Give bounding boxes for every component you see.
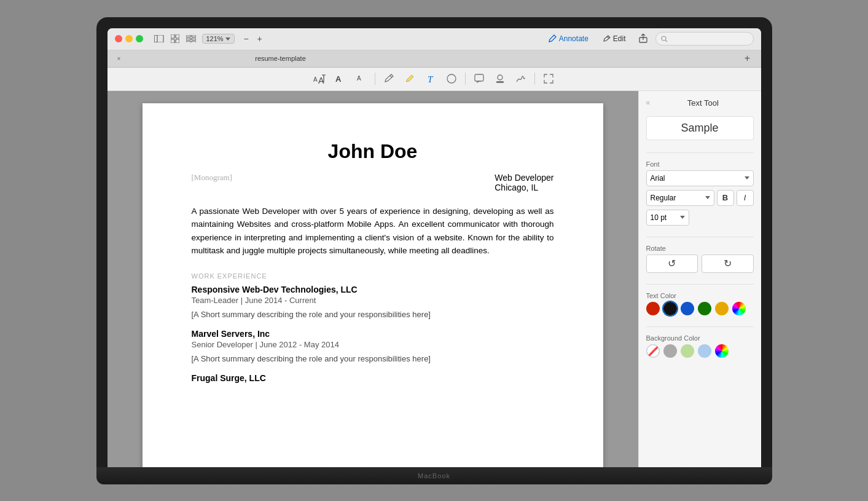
text-color-blue[interactable] xyxy=(681,302,694,315)
bold-button[interactable]: B xyxy=(717,190,734,206)
main-area: John Doe [Monogram] Web Developer Chicag… xyxy=(108,91,761,467)
title-bar: 121% − + Annotate Edit xyxy=(108,28,761,50)
doc-name: John Doe xyxy=(192,140,554,163)
bg-color-gray[interactable] xyxy=(663,344,677,358)
comment-icon[interactable] xyxy=(471,70,488,87)
svg-point-24 xyxy=(498,75,502,80)
doc-monogram: [Monogram] xyxy=(192,173,253,192)
svg-rect-10 xyxy=(186,41,190,42)
bg-color-row xyxy=(646,344,754,358)
bg-color-lightgreen[interactable] xyxy=(681,344,694,358)
font-style-row: Regular B I xyxy=(646,190,754,206)
toolbar-separator-2 xyxy=(465,73,466,85)
doc-position-1: Team-Leader | June 2014 - Current xyxy=(192,296,554,305)
doc-desc-1: [A Short summary describing the role and… xyxy=(192,310,554,319)
rotate-label: Rotate xyxy=(646,245,754,252)
svg-rect-9 xyxy=(192,38,196,40)
rotate-right-button[interactable]: ↻ xyxy=(702,254,754,273)
zoom-controls: − + xyxy=(241,33,265,44)
resize-text-icon[interactable]: AA xyxy=(311,70,328,87)
stamp-icon[interactable] xyxy=(491,70,509,87)
svg-rect-5 xyxy=(176,39,179,43)
divider-4 xyxy=(646,326,754,327)
text-color-red[interactable] xyxy=(646,302,660,315)
increase-font-icon[interactable]: A xyxy=(332,70,349,87)
doc-company-2: Marvel Servers, Inc xyxy=(192,329,554,339)
toolbar-separator-1 xyxy=(375,73,375,85)
close-button[interactable] xyxy=(115,35,122,42)
bg-color-section: Background Color xyxy=(646,334,754,358)
signature-icon[interactable] xyxy=(512,70,530,87)
right-panel: « Text Tool Sample Font Arial Regular xyxy=(638,91,761,467)
font-style-value: Regular xyxy=(651,194,676,202)
panel-collapse-icon[interactable]: « xyxy=(646,98,651,107)
text-color-row xyxy=(646,302,754,315)
rotate-left-button[interactable]: ↺ xyxy=(646,254,698,273)
bg-color-multicolor[interactable] xyxy=(715,344,729,358)
doc-desc-2: [A Short summary describing the role and… xyxy=(192,354,554,363)
new-tab-button[interactable]: + xyxy=(741,52,754,65)
toolbar: AA A A T xyxy=(108,68,761,91)
zoom-out-button[interactable]: − xyxy=(241,33,252,44)
edit-button[interactable]: Edit xyxy=(598,33,631,45)
minimize-button[interactable] xyxy=(125,35,133,42)
divider-1 xyxy=(646,152,754,153)
bg-color-label: Background Color xyxy=(646,334,754,342)
text-color-black[interactable] xyxy=(663,302,677,315)
doc-area[interactable]: John Doe [Monogram] Web Developer Chicag… xyxy=(108,91,638,467)
doc-job-title: Web Developer xyxy=(495,173,553,183)
divider-2 xyxy=(646,237,754,237)
font-label: Font xyxy=(646,160,754,168)
fullscreen-button[interactable] xyxy=(136,35,143,42)
sidebar-toggle-icon[interactable] xyxy=(153,33,165,45)
svg-text:T: T xyxy=(428,74,434,84)
shape-icon[interactable] xyxy=(443,70,460,87)
svg-text:A: A xyxy=(357,75,361,82)
text-cursor-icon[interactable]: T xyxy=(422,70,439,87)
font-select[interactable]: Arial xyxy=(646,170,754,186)
panel-sample: Sample xyxy=(646,116,754,140)
text-color-green[interactable] xyxy=(698,302,711,315)
pencil-icon[interactable] xyxy=(380,70,397,87)
toolbar-separator-3 xyxy=(534,73,535,85)
svg-rect-6 xyxy=(186,35,190,37)
svg-rect-4 xyxy=(171,39,174,43)
font-size-select[interactable]: 10 pt xyxy=(646,210,689,226)
svg-line-12 xyxy=(607,36,609,38)
share-button[interactable] xyxy=(636,31,651,46)
grid-view-icon[interactable] xyxy=(169,33,181,45)
svg-rect-23 xyxy=(475,74,483,81)
zoom-level[interactable]: 121% xyxy=(202,34,235,44)
text-color-yellow[interactable] xyxy=(715,302,729,315)
bg-color-none[interactable] xyxy=(646,344,660,358)
highlight-icon[interactable] xyxy=(401,70,418,87)
laptop-base: MacBook xyxy=(96,467,772,484)
italic-button[interactable]: I xyxy=(737,190,754,206)
traffic-lights xyxy=(115,35,143,42)
doc-section-work: WORK EXPERIENCE xyxy=(192,272,554,280)
expand-icon[interactable] xyxy=(540,70,557,87)
zoom-in-button[interactable]: + xyxy=(254,33,265,44)
svg-rect-8 xyxy=(186,38,190,40)
doc-page: John Doe [Monogram] Web Developer Chicag… xyxy=(143,103,603,467)
doc-header-row: [Monogram] Web Developer Chicago, IL xyxy=(192,173,554,192)
annotate-button[interactable]: Annotate xyxy=(543,33,593,45)
text-color-multicolor[interactable] xyxy=(732,302,746,315)
doc-location: Chicago, IL xyxy=(495,183,553,192)
svg-point-14 xyxy=(662,36,666,41)
laptop-brand: MacBook xyxy=(418,472,450,479)
tab-close-button[interactable]: × xyxy=(115,54,123,63)
svg-rect-0 xyxy=(154,35,157,42)
doc-summary: A passionate Web Developer with over 5 y… xyxy=(192,205,554,258)
font-section: Font Arial Regular B xyxy=(646,160,754,229)
list-view-icon[interactable] xyxy=(185,33,197,45)
svg-rect-3 xyxy=(176,34,179,38)
search-bar[interactable] xyxy=(655,32,754,45)
bg-color-lightblue[interactable] xyxy=(698,344,711,358)
window-controls xyxy=(153,33,197,45)
svg-text:A: A xyxy=(335,74,342,84)
svg-rect-25 xyxy=(496,81,504,83)
decrease-font-icon[interactable]: A xyxy=(353,70,370,87)
tab-bar: × resume-template + xyxy=(108,50,761,68)
font-style-select[interactable]: Regular xyxy=(646,190,714,206)
